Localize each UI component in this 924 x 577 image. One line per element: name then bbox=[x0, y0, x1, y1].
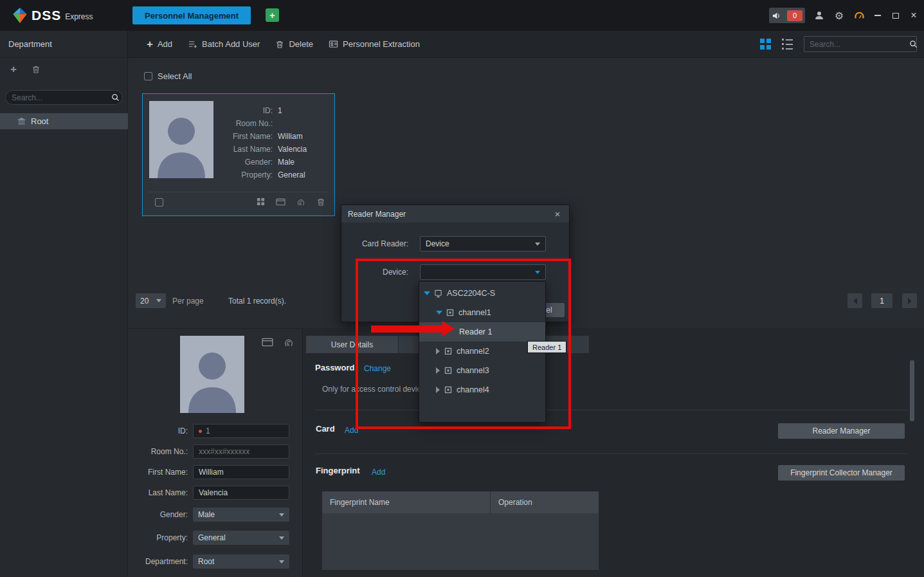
dialog-titlebar[interactable]: Reader Manager bbox=[341, 205, 569, 223]
add-person-button[interactable]: + Add bbox=[147, 39, 172, 49]
room-label: Room No.: bbox=[128, 447, 188, 456]
card-view-button[interactable] bbox=[760, 39, 771, 50]
minimize-button[interactable] bbox=[873, 10, 883, 21]
sidebar-tools: + bbox=[8, 64, 41, 75]
system-monitor-button[interactable] bbox=[853, 10, 865, 21]
expand-caret-icon[interactable] bbox=[436, 387, 440, 393]
property-value: General bbox=[198, 533, 226, 542]
alarm-sound-control[interactable]: 0 bbox=[769, 8, 805, 23]
personnel-search[interactable] bbox=[804, 36, 917, 52]
fingerprint-button[interactable] bbox=[296, 197, 305, 206]
tree-item-channel3[interactable]: channel3 bbox=[419, 361, 545, 380]
delete-department-button[interactable] bbox=[31, 64, 41, 75]
batch-add-icon bbox=[188, 39, 197, 49]
search-icon[interactable] bbox=[111, 93, 120, 102]
select-all-row: Select All bbox=[144, 71, 192, 81]
scrollbar[interactable] bbox=[910, 360, 914, 421]
close-button[interactable]: × bbox=[909, 10, 919, 21]
tree-item-label: channel3 bbox=[457, 366, 489, 375]
person-card[interactable]: ID:1 Room No.: First Name:William Last N… bbox=[142, 93, 335, 216]
per-page-label: Per page bbox=[172, 297, 204, 306]
department-sidebar: Department + Root bbox=[0, 31, 128, 577]
topbar: DSS Express Personnel Management + 0 bbox=[0, 0, 924, 31]
password-change-link[interactable]: Change bbox=[364, 364, 391, 373]
field-gender: Gender:Male bbox=[143, 156, 333, 169]
fingerprint-icon bbox=[296, 197, 305, 206]
department-search[interactable] bbox=[5, 90, 123, 105]
settings-button[interactable]: ⚙ bbox=[833, 10, 845, 21]
page-size-select[interactable]: 20 bbox=[136, 293, 166, 308]
card-add-link[interactable]: Add bbox=[345, 426, 358, 435]
channel-icon bbox=[444, 367, 452, 374]
expand-caret-icon[interactable] bbox=[436, 367, 440, 374]
batch-add-user-button[interactable]: Batch Add User bbox=[188, 39, 260, 49]
tab-personnel-management[interactable]: Personnel Management bbox=[132, 6, 251, 24]
select-all-label: Select All bbox=[158, 71, 192, 81]
room-field[interactable] bbox=[193, 444, 289, 459]
next-page-button[interactable] bbox=[902, 293, 917, 308]
select-all-checkbox[interactable] bbox=[144, 72, 152, 80]
notification-badge: 0 bbox=[787, 10, 802, 21]
device-select[interactable] bbox=[420, 264, 546, 280]
prev-page-button[interactable] bbox=[847, 293, 862, 308]
close-icon: × bbox=[910, 10, 916, 21]
field-first-name: First Name:William bbox=[143, 130, 333, 143]
user-account-button[interactable] bbox=[813, 10, 825, 21]
gender-label: Gender: bbox=[128, 510, 188, 519]
column-operation: Operation bbox=[491, 498, 532, 507]
authorize-button[interactable] bbox=[256, 197, 266, 206]
fingerprint-collector-manager-button[interactable]: Fingerprint Collector Manager bbox=[778, 465, 905, 481]
personnel-search-input[interactable] bbox=[810, 40, 909, 49]
last-name-field[interactable] bbox=[193, 486, 289, 500]
first-name-field[interactable] bbox=[193, 465, 289, 479]
person-card-checkbox[interactable] bbox=[155, 198, 163, 206]
sidebar-item-root[interactable]: Root bbox=[0, 113, 128, 129]
card-reader-label: Card Reader: bbox=[341, 236, 408, 252]
details-avatar[interactable] bbox=[180, 336, 244, 413]
toolbar-right bbox=[760, 36, 917, 52]
maximize-button[interactable] bbox=[891, 10, 901, 21]
new-tab-button[interactable]: + bbox=[266, 8, 279, 22]
collapse-caret-icon[interactable] bbox=[436, 311, 442, 315]
plus-icon: + bbox=[147, 40, 153, 49]
tree-item-channel1[interactable]: channel1 bbox=[419, 303, 545, 322]
tab-user-details[interactable]: User Details bbox=[306, 336, 398, 353]
personnel-extraction-button[interactable]: Personnel Extraction bbox=[329, 39, 420, 49]
card-reader-select[interactable]: Device bbox=[420, 236, 546, 252]
fingerprint-table-header: Fingerprint Name Operation bbox=[322, 491, 599, 513]
card-button[interactable] bbox=[276, 197, 285, 206]
fingerprint-add-link[interactable]: Add bbox=[372, 468, 385, 477]
expand-caret-icon[interactable] bbox=[436, 348, 440, 354]
collapse-caret-icon[interactable] bbox=[424, 291, 430, 295]
add-department-button[interactable]: + bbox=[8, 64, 19, 75]
gender-select[interactable]: Male bbox=[193, 508, 289, 522]
page-size-value: 20 bbox=[140, 297, 149, 306]
department-search-input[interactable] bbox=[12, 93, 111, 102]
search-icon[interactable] bbox=[909, 40, 918, 48]
fingerprint-button[interactable] bbox=[282, 336, 295, 348]
tree-item-reader1[interactable]: Reader 1 bbox=[419, 322, 545, 342]
dialog-close-button[interactable]: × bbox=[551, 207, 564, 220]
personnel-extraction-label: Personnel Extraction bbox=[343, 39, 420, 49]
card-button[interactable] bbox=[261, 336, 274, 348]
first-name-label: First Name: bbox=[128, 468, 188, 477]
channel-icon bbox=[446, 309, 454, 316]
list-view-button[interactable] bbox=[782, 39, 793, 50]
tree-item-device[interactable]: ASC2204C-S bbox=[419, 284, 545, 303]
tree-item-label: Reader 1 bbox=[459, 327, 492, 336]
delete-person-card-button[interactable] bbox=[316, 197, 325, 206]
id-field[interactable]: 1 bbox=[193, 424, 289, 438]
tree-item-channel4[interactable]: channel4 bbox=[419, 380, 545, 399]
department-select[interactable]: Root bbox=[193, 554, 289, 569]
delete-label: Delete bbox=[289, 39, 313, 49]
delete-person-button[interactable]: Delete bbox=[275, 39, 313, 49]
reader-manager-button[interactable]: Reader Manager bbox=[778, 423, 905, 439]
property-select[interactable]: General bbox=[193, 531, 289, 545]
form-row-gender: Gender: Male bbox=[128, 508, 289, 522]
plus-icon: + bbox=[10, 63, 17, 76]
tree-item-channel2[interactable]: channel2 bbox=[419, 342, 545, 361]
speaker-icon bbox=[772, 11, 781, 21]
current-page[interactable]: 1 bbox=[871, 293, 892, 308]
gender-value: Male bbox=[198, 510, 215, 519]
department-label: Department: bbox=[128, 557, 188, 566]
